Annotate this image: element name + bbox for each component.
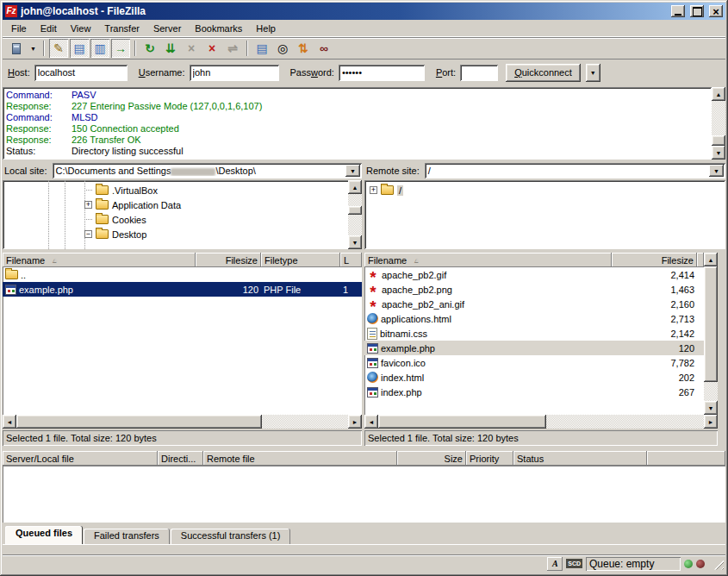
speed-limit-icon[interactable]: SCD	[566, 559, 582, 568]
local-list-header: Filename Filesize Filetype L	[3, 253, 362, 267]
column-header-direction[interactable]: Directi...	[158, 451, 203, 466]
file-row[interactable]: apache_pb2.gif 2,414	[364, 267, 704, 282]
scrollbar-thumb[interactable]	[704, 266, 718, 382]
scrollbar-thumb[interactable]	[712, 135, 725, 146]
remote-file-list: apache_pb2.gif 2,414 apache_pb2.png 1,46…	[364, 267, 704, 415]
scroll-up-icon[interactable]	[704, 253, 718, 266]
menu-bookmarks[interactable]: Bookmarks	[188, 21, 249, 36]
close-button[interactable]	[709, 5, 723, 17]
tab-failed-transfers[interactable]: Failed transfers	[84, 529, 170, 544]
scroll-down-icon[interactable]	[704, 401, 718, 415]
file-row[interactable]: applications.html 2,713	[364, 311, 704, 326]
menu-file[interactable]: File	[4, 21, 34, 36]
menu-view[interactable]: View	[64, 21, 98, 36]
file-row[interactable]: index.html 202	[364, 370, 704, 385]
host-input[interactable]	[34, 65, 128, 81]
toggle-queue-view-button[interactable]: →	[111, 39, 130, 58]
quickconnect-dropdown[interactable]: ▼	[586, 64, 600, 82]
scroll-up-icon[interactable]	[712, 87, 725, 101]
column-header-filesize[interactable]: Filesize	[196, 253, 261, 267]
menu-edit[interactable]: Edit	[34, 21, 64, 36]
file-row[interactable]: bitnami.css 2,142	[364, 326, 704, 341]
remote-list-hscrollbar[interactable]	[364, 415, 718, 429]
toggle-local-tree-button[interactable]: ▤	[70, 39, 89, 58]
column-header-filename[interactable]: Filename	[364, 253, 612, 267]
scroll-right-icon[interactable]	[348, 415, 362, 429]
queue-list[interactable]	[3, 466, 725, 523]
scrollbar-thumb[interactable]	[16, 415, 262, 429]
file-row[interactable]: favicon.ico 7,782	[364, 355, 704, 370]
menu-transfer[interactable]: Transfer	[97, 21, 146, 36]
title-bar: Fz john@localhost - FileZilla	[3, 3, 725, 20]
scroll-right-icon[interactable]	[704, 415, 718, 429]
column-header-size[interactable]: Size	[397, 451, 466, 466]
file-row-parent-dir[interactable]: ..	[3, 267, 362, 282]
remote-site-combobox[interactable]: /	[425, 163, 725, 178]
remote-list-vscrollbar[interactable]	[704, 253, 718, 415]
column-header-remote-file[interactable]: Remote file	[203, 451, 397, 466]
toggle-log-view-button[interactable]: ✎	[49, 39, 68, 58]
resize-grip[interactable]	[712, 558, 724, 570]
column-header-filetype[interactable]: Filetype	[261, 253, 340, 267]
column-header-priority[interactable]: Priority	[466, 451, 513, 466]
tree-item-cookies[interactable]: Cookies	[3, 212, 348, 227]
expand-icon[interactable]: +	[370, 186, 377, 194]
chevron-down-icon[interactable]	[345, 165, 360, 177]
username-input[interactable]	[190, 65, 279, 81]
synchronized-browsing-button[interactable]: ⇅	[294, 39, 313, 58]
column-header-filename[interactable]: Filename	[3, 253, 196, 267]
file-row[interactable]: index.php 267	[364, 385, 704, 399]
scrollbar-thumb[interactable]	[378, 415, 546, 429]
password-input[interactable]	[339, 65, 425, 81]
disconnect-button[interactable]: ×	[202, 39, 221, 58]
quickconnect-button[interactable]: Quickconnect	[506, 64, 581, 82]
tree-item-root[interactable]: + /	[364, 183, 725, 197]
site-manager-button[interactable]	[7, 39, 26, 58]
column-header-server-local-file[interactable]: Server/Local file	[3, 451, 158, 466]
scrollbar-thumb[interactable]	[348, 206, 362, 215]
find-files-button[interactable]: ∞	[314, 39, 333, 58]
data-type-indicator-icon[interactable]: A	[547, 557, 563, 571]
filezilla-window: Fz john@localhost - FileZilla File Edit …	[0, 0, 728, 576]
minimize-button[interactable]	[671, 5, 685, 17]
menu-help[interactable]: Help	[249, 21, 283, 36]
column-header-status[interactable]: Status	[513, 451, 647, 466]
process-queue-button[interactable]: ⇊	[161, 39, 180, 58]
tab-queued-files[interactable]: Queued files	[5, 526, 83, 544]
collapse-icon[interactable]: −	[84, 230, 92, 238]
scroll-down-icon[interactable]	[348, 235, 362, 249]
reconnect-button[interactable]: ⇌	[223, 39, 242, 58]
maximize-button[interactable]	[690, 5, 704, 17]
scroll-down-icon[interactable]	[712, 146, 725, 160]
file-row-example-php[interactable]: example.php 120 PHP File 1	[3, 282, 362, 297]
redacted-username	[171, 168, 215, 176]
log-scrollbar[interactable]	[712, 87, 725, 160]
expand-icon[interactable]: +	[84, 201, 92, 209]
tab-successful-transfers[interactable]: Successful transfers (1)	[171, 529, 291, 544]
site-manager-dropdown[interactable]: ▼	[28, 39, 39, 58]
column-header-filesize[interactable]: Filesize	[612, 253, 697, 267]
local-tree-scrollbar[interactable]	[348, 180, 362, 249]
log-label: Status:	[6, 146, 72, 157]
local-site-combobox[interactable]: C:\Documents and Settings\Desktop\	[53, 163, 362, 178]
scroll-up-icon[interactable]	[348, 180, 362, 194]
tree-item-virtualbox[interactable]: .VirtualBox	[3, 183, 348, 197]
chevron-down-icon[interactable]	[709, 165, 724, 177]
menu-server[interactable]: Server	[146, 21, 188, 36]
tree-item-application-data[interactable]: + Application Data	[3, 197, 348, 212]
toggle-remote-tree-button[interactable]: ▥	[90, 39, 109, 58]
tree-item-desktop[interactable]: − Desktop	[3, 227, 348, 241]
sort-ascending-icon	[414, 256, 420, 264]
scroll-left-icon[interactable]	[3, 415, 16, 429]
local-list-hscrollbar[interactable]	[3, 415, 362, 429]
column-header-lastmodified[interactable]: L	[340, 253, 362, 267]
port-input[interactable]	[460, 65, 498, 81]
directory-listing-filters-button[interactable]: ▤	[252, 39, 271, 58]
file-row[interactable]: apache_pb2.png 1,463	[364, 282, 704, 297]
scroll-left-icon[interactable]	[364, 415, 378, 429]
compare-directories-button[interactable]: ◎	[273, 39, 292, 58]
file-row[interactable]: apache_pb2_ani.gif 2,160	[364, 297, 704, 311]
file-row-example-php[interactable]: example.php 120	[364, 341, 704, 355]
refresh-button[interactable]: ↻	[140, 39, 159, 58]
cancel-operation-button[interactable]: ×	[182, 39, 201, 58]
